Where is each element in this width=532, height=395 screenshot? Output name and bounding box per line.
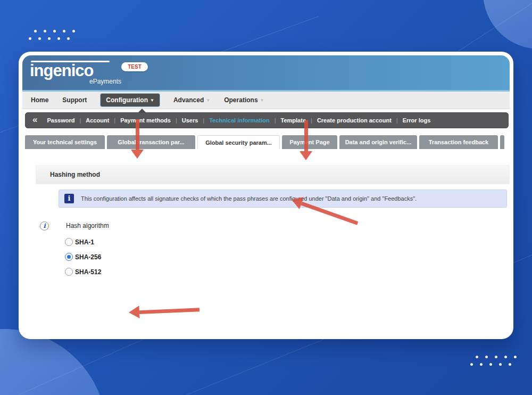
subnav-item-technical-information[interactable]: Technical information: [209, 117, 269, 124]
separator: |: [203, 117, 204, 124]
dot-grid-top-left: [29, 30, 75, 40]
subnav-item-users[interactable]: Users: [182, 117, 198, 124]
subnav-item-create-production-account[interactable]: Create production account: [317, 117, 392, 124]
radio-button[interactable]: [65, 238, 73, 246]
tab-transaction-feedback[interactable]: Transaction feedback: [419, 135, 498, 149]
chevron-down-icon: ▼: [150, 98, 154, 103]
chevron-down-icon: ▼: [260, 98, 264, 103]
menu-item-home[interactable]: Home: [31, 96, 48, 104]
separator: |: [396, 117, 398, 124]
section-header-hashing-method: Hashing method: [36, 165, 510, 184]
subnav-item-password[interactable]: Password: [47, 117, 74, 124]
tab-payment-page[interactable]: Payment Page: [282, 135, 337, 149]
hash-algorithm-label: Hash algorithm: [66, 222, 109, 229]
brand-header: ingenico ePayments TEST: [22, 55, 510, 92]
radio-label: SHA-256: [75, 253, 101, 261]
section-title: Hashing method: [50, 171, 100, 178]
tab-global-transaction-parameters[interactable]: Global transaction par...: [107, 135, 195, 149]
radio-option-sha512[interactable]: SHA-512: [65, 268, 101, 276]
settings-tab-strip: Your technical settings Global transacti…: [25, 135, 504, 149]
configuration-submenu: « Password | Account | Payment methods |…: [25, 112, 509, 128]
subnav-item-account[interactable]: Account: [86, 117, 109, 124]
info-banner: i This configuration affects all signatu…: [59, 190, 507, 208]
background-circle-top-right: [483, 0, 532, 49]
subnav-item-template[interactable]: Template: [281, 117, 306, 124]
screenshot-card: ingenico ePayments TEST Home Support Con…: [19, 52, 513, 339]
menu-item-support[interactable]: Support: [62, 96, 87, 104]
test-environment-badge: TEST: [121, 62, 148, 71]
tab-global-security-parameters[interactable]: Global security param...: [197, 135, 280, 149]
field-info-icon: i: [40, 221, 49, 231]
tab-your-technical-settings[interactable]: Your technical settings: [25, 135, 105, 149]
separator: |: [176, 117, 177, 124]
subnav-item-error-logs[interactable]: Error logs: [403, 117, 431, 124]
separator: |: [311, 117, 312, 124]
collapse-chevron-icon[interactable]: «: [32, 114, 37, 125]
info-banner-text: This configuration affects all signature…: [81, 195, 417, 202]
radio-label: SHA-1: [75, 238, 94, 246]
menu-item-configuration[interactable]: Configuration▼: [101, 94, 160, 106]
radio-label: SHA-512: [75, 268, 101, 276]
dot-grid-bottom-right: [470, 356, 517, 366]
separator: |: [79, 117, 81, 124]
radio-option-sha256[interactable]: SHA-256: [65, 253, 101, 261]
chevron-down-icon: ▼: [206, 98, 210, 103]
separator: |: [114, 117, 115, 124]
submenu-pointer-notch: [138, 109, 146, 113]
logo-subtitle: ePayments: [30, 78, 121, 85]
logo-wordmark: ingenico: [30, 63, 121, 79]
separator: |: [275, 117, 276, 124]
tab-partial[interactable]: [500, 135, 504, 149]
annotation-arrow-sha256: [128, 302, 200, 319]
radio-option-sha1[interactable]: SHA-1: [65, 238, 94, 246]
menu-item-advanced[interactable]: Advanced▼: [173, 96, 210, 104]
subnav-item-payment-methods[interactable]: Payment methods: [120, 117, 171, 124]
info-icon: i: [64, 194, 74, 203]
tab-data-and-origin-verification[interactable]: Data and origin verific...: [339, 135, 417, 149]
menu-item-operations[interactable]: Operations▼: [224, 96, 264, 104]
radio-button[interactable]: [65, 253, 73, 261]
main-menu: Home Support Configuration▼ Advanced▼ Op…: [22, 92, 510, 109]
brand-logo: ingenico ePayments: [30, 59, 121, 85]
radio-button[interactable]: [65, 268, 73, 276]
ingenico-backoffice-screenshot: ingenico ePayments TEST Home Support Con…: [22, 55, 510, 335]
